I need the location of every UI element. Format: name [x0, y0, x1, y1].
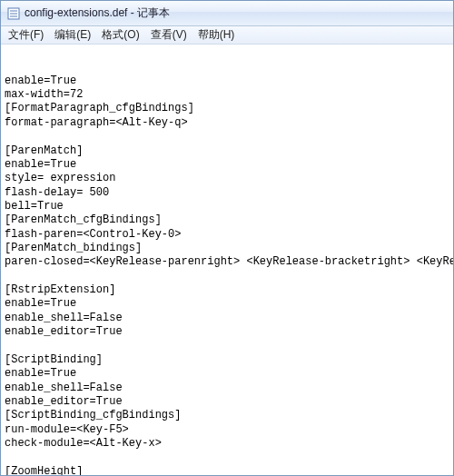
text-line: [ParenMatch_bindings]	[5, 242, 449, 255]
text-line: enable=True	[5, 297, 449, 311]
text-line: enable_shell=False	[5, 312, 449, 325]
text-line: check-module=<Alt-Key-x>	[5, 437, 449, 451]
menu-help[interactable]: 帮助(H)	[192, 25, 241, 45]
text-line: enable_editor=True	[5, 395, 449, 409]
text-line: [ParenMatch_cfgBindings]	[5, 213, 449, 227]
menu-file[interactable]: 文件(F)	[3, 25, 49, 45]
notepad-icon	[6, 6, 21, 21]
text-line: bell=True	[5, 200, 449, 213]
text-line	[5, 130, 449, 144]
text-line: run-module=<Key-F5>	[5, 423, 449, 437]
window-title: config-extensions.def - 记事本	[25, 5, 170, 21]
text-line: [ScriptBinding]	[5, 353, 449, 367]
text-line: [ParenMatch]	[5, 144, 449, 158]
text-line: [ZoomHeight]	[5, 465, 449, 475]
text-line: [RstripExtension]	[5, 283, 449, 297]
text-line: paren-closed=<KeyRelease-parenright> <Ke…	[5, 255, 449, 269]
text-line: flash-paren=<Control-Key-0>	[5, 228, 449, 242]
text-line: style= expression	[5, 172, 449, 185]
text-line: enable=True	[5, 74, 449, 88]
text-line: enable_shell=False	[5, 382, 449, 395]
text-line: format-paragraph=<Alt-Key-q>	[5, 116, 449, 130]
text-line: enable_editor=True	[5, 325, 449, 339]
text-line: [ScriptBinding_cfgBindings]	[5, 409, 449, 422]
text-line: flash-delay= 500	[5, 186, 449, 200]
text-line: [FormatParagraph_cfgBindings]	[5, 102, 449, 115]
text-line: enable=True	[5, 158, 449, 172]
text-line: max-width=72	[5, 88, 449, 102]
menu-edit[interactable]: 编辑(E)	[49, 25, 96, 45]
editor-content[interactable]: enable=Truemax-width=72[FormatParagraph_…	[1, 45, 453, 475]
titlebar: config-extensions.def - 记事本	[1, 1, 453, 26]
menu-format[interactable]: 格式(O)	[96, 25, 144, 45]
text-line: enable=True	[5, 367, 449, 381]
menu-view[interactable]: 查看(V)	[145, 25, 192, 45]
text-line	[5, 451, 449, 464]
menubar: 文件(F) 编辑(E) 格式(O) 查看(V) 帮助(H)	[1, 26, 453, 45]
text-line	[5, 340, 449, 353]
text-line	[5, 270, 449, 283]
